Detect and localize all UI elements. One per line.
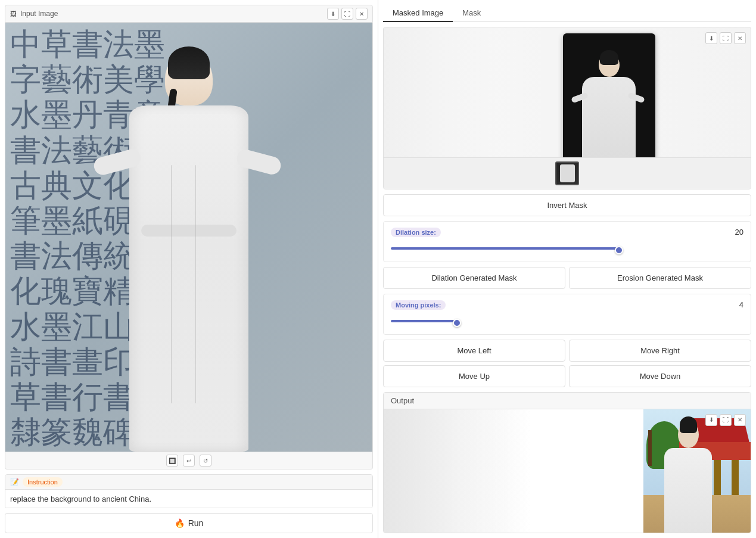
move-right-button[interactable]: Move Right [569, 340, 751, 362]
run-label: Run [188, 518, 204, 528]
move-buttons: Move Left Move Right Move Up Move Down [383, 340, 751, 387]
output-close-btn[interactable]: ✕ [734, 414, 746, 426]
input-image-bottom-bar: 🔲 ↩ ↺ [5, 452, 372, 469]
controls-section: Invert Mask Dilation size: 20 Dilation G… [383, 194, 751, 387]
masked-display [384, 27, 751, 189]
move-left-button[interactable]: Move Left [383, 340, 565, 362]
instruction-header: 📝 Instruction [5, 475, 372, 490]
image-icon: 🖼 [10, 10, 17, 17]
moving-pixels-slider-section: Moving pixels: 4 [383, 294, 751, 335]
masked-download-btn[interactable]: ⬇ [705, 32, 717, 44]
output-image-area: ⬇ ⛶ ✕ [384, 409, 751, 533]
output-toolbar: ⬇ ⛶ ✕ [705, 414, 746, 426]
tab-mask[interactable]: Mask [453, 5, 490, 22]
moving-pixels-label: Moving pixels: [391, 300, 446, 310]
input-image-toolbar: ⬇ ⛶ ✕ [327, 8, 368, 20]
input-image-section: 🖼 Input Image ⬇ ⛶ ✕ 中草書法墨 字藝術美學 水墨丹青意 書法… [5, 5, 373, 469]
person-body [129, 105, 248, 452]
invert-mask-button[interactable]: Invert Mask [383, 194, 751, 216]
output-blur-left [384, 409, 751, 533]
masked-image-toolbar: ⬇ ⛶ ✕ [705, 32, 746, 44]
input-image-close-btn[interactable]: ✕ [356, 8, 368, 20]
dilation-slider-track [391, 242, 743, 256]
moving-pixels-value: 4 [739, 300, 743, 309]
input-image-download-btn[interactable]: ⬇ [327, 8, 339, 20]
output-download-btn[interactable]: ⬇ [705, 414, 717, 426]
dilation-mask-button[interactable]: Dilation Generated Mask [383, 267, 565, 289]
input-image-zoom-btn[interactable]: 🔲 [166, 455, 178, 467]
input-image-display: 中草書法墨 字藝術美學 水墨丹青意 書法藝術中 古典文化美 筆墨紙硯藝 書法傳統… [5, 23, 372, 452]
move-down-button[interactable]: Move Down [569, 365, 751, 387]
output-header: Output [384, 393, 751, 409]
thumbnail-strip [384, 157, 751, 189]
person-head [165, 52, 213, 105]
tab-masked-image[interactable]: Masked Image [383, 5, 453, 22]
input-image-fullscreen-btn[interactable]: ⛶ [341, 8, 353, 20]
instruction-section: 📝 Instruction [5, 474, 373, 508]
moving-pixels-track [391, 315, 743, 328]
thumbnail-item[interactable] [555, 161, 579, 185]
instruction-input[interactable] [5, 490, 372, 508]
input-image-header-left: 🖼 Input Image [10, 10, 58, 18]
output-label: Output [391, 396, 414, 405]
input-image-container: 中草書法墨 字藝術美學 水墨丹青意 書法藝術中 古典文化美 筆墨紙硯藝 書法傳統… [5, 23, 373, 469]
input-image-rotate-btn[interactable]: ↩ [183, 455, 195, 467]
right-panel: Masked Image Mask ⬇ ⛶ ✕ [378, 0, 756, 538]
instruction-label: Instruction [23, 477, 63, 487]
erosion-mask-button[interactable]: Erosion Generated Mask [569, 267, 751, 289]
moving-pixels-label-row: Moving pixels: 4 [391, 300, 743, 310]
person-silhouette [105, 46, 272, 452]
instruction-icon: 📝 [10, 478, 19, 486]
masked-fullscreen-btn[interactable]: ⛶ [720, 32, 732, 44]
left-panel: 🖼 Input Image ⬇ ⛶ ✕ 中草書法墨 字藝術美學 水墨丹青意 書法… [0, 0, 378, 538]
dilation-size-value: 20 [735, 228, 743, 237]
masked-image-area: ⬇ ⛶ ✕ [383, 27, 751, 189]
move-up-button[interactable]: Move Up [383, 365, 565, 387]
input-image-header: 🖼 Input Image ⬇ ⛶ ✕ [5, 5, 373, 23]
run-emoji-icon: 🔥 [175, 518, 185, 528]
dilation-erosion-buttons: Dilation Generated Mask Erosion Generate… [383, 267, 751, 289]
tabs-bar: Masked Image Mask [383, 5, 751, 22]
dilation-label-row: Dilation size: 20 [391, 228, 743, 237]
dilation-size-label: Dilation size: [391, 228, 441, 237]
run-button[interactable]: 🔥 Run [5, 513, 373, 533]
output-fullscreen-btn[interactable]: ⛶ [720, 414, 732, 426]
input-image-reset-btn[interactable]: ↺ [200, 455, 211, 467]
dilation-slider-section: Dilation size: 20 [383, 221, 751, 262]
output-section: Output ⬇ ⛶ ✕ [383, 392, 751, 533]
moving-pixels-slider[interactable] [391, 322, 743, 324]
dilation-size-slider[interactable] [391, 249, 743, 251]
masked-close-btn[interactable]: ✕ [734, 32, 746, 44]
input-image-label: Input Image [20, 10, 58, 18]
